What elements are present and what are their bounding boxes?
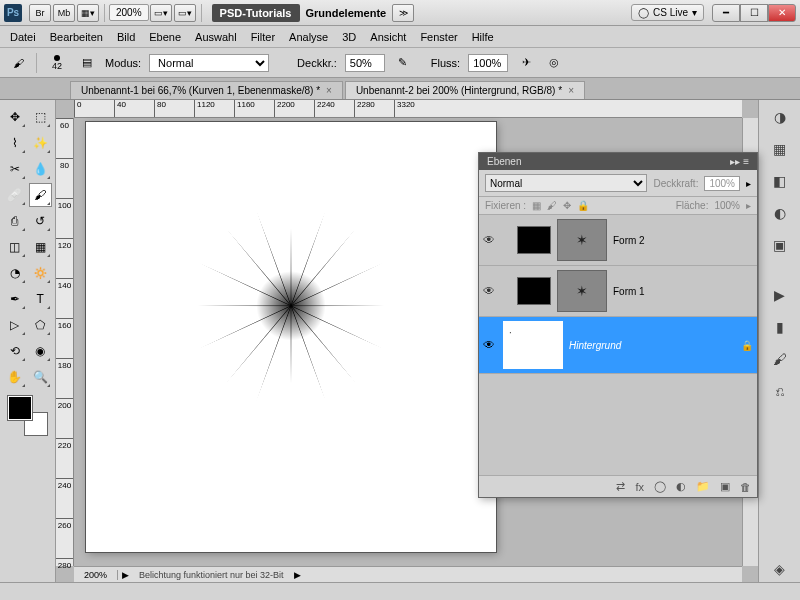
clone-stamp-tool[interactable]: ⎙ — [3, 209, 27, 233]
color-panel-icon[interactable]: ◑ — [767, 104, 793, 130]
brush-preset-picker[interactable]: 42 — [45, 55, 69, 71]
magic-wand-tool[interactable]: ✨ — [29, 131, 53, 155]
styles-panel-icon[interactable]: ◧ — [767, 168, 793, 194]
swatches-panel-icon[interactable]: ▦ — [767, 136, 793, 162]
layer-mask-icon[interactable]: ◯ — [654, 480, 666, 493]
menu-ebene[interactable]: Ebene — [149, 31, 181, 43]
fill-field[interactable]: 100% — [714, 200, 740, 211]
zoom-level[interactable]: 200% — [109, 4, 149, 21]
marquee-tool[interactable]: ⬚ — [29, 105, 53, 129]
menu-hilfe[interactable]: Hilfe — [472, 31, 494, 43]
layer-thumbnail[interactable]: · — [503, 321, 563, 369]
move-tool[interactable]: ✥ — [3, 105, 27, 129]
color-swatches[interactable] — [8, 396, 48, 436]
panel-menu-icon[interactable]: ▸▸ ≡ — [730, 156, 749, 167]
menu-bearbeiten[interactable]: Bearbeiten — [50, 31, 103, 43]
foreground-color-swatch[interactable] — [8, 396, 32, 420]
brush-panel-icon[interactable]: 🖌 — [767, 346, 793, 372]
blend-mode-select[interactable]: Normal — [149, 54, 269, 72]
clone-panel-icon[interactable]: ⎌ — [767, 378, 793, 404]
workspace-more-button[interactable]: ≫ — [392, 4, 414, 22]
pen-tool[interactable]: ✒ — [3, 287, 27, 311]
menu-fenster[interactable]: Fenster — [420, 31, 457, 43]
visibility-toggle-icon[interactable]: 👁 — [483, 233, 497, 247]
group-icon[interactable]: 📁 — [696, 480, 710, 493]
canvas-zoom-field[interactable]: 200% — [74, 570, 118, 580]
window-minimize-button[interactable]: ━ — [712, 4, 740, 22]
layer-row[interactable]: 👁 ✶ Form 1 — [479, 266, 757, 317]
lock-transparency-icon[interactable]: ▦ — [532, 200, 541, 211]
delete-layer-icon[interactable]: 🗑 — [740, 481, 751, 493]
airbrush-icon[interactable]: ✈ — [516, 53, 536, 73]
type-tool[interactable]: T — [29, 287, 53, 311]
bridge-button[interactable]: Br — [29, 4, 51, 22]
layer-thumbnail[interactable] — [517, 226, 551, 254]
blur-tool[interactable]: ◔ — [3, 261, 27, 285]
shape-tool[interactable]: ⬠ — [29, 313, 53, 337]
link-layers-icon[interactable]: ⇄ — [616, 480, 625, 493]
new-layer-icon[interactable]: ▣ — [720, 480, 730, 493]
adjustment-layer-icon[interactable]: ◐ — [676, 480, 686, 493]
zoom-tool[interactable]: 🔍 — [29, 365, 53, 389]
lock-position-icon[interactable]: ✥ — [563, 200, 571, 211]
lasso-tool[interactable]: ⌇ — [3, 131, 27, 155]
view-extras-button[interactable]: ▭▾ — [150, 4, 172, 22]
workspace-psd-tutorials[interactable]: PSD-Tutorials — [212, 4, 300, 22]
dodge-tool[interactable]: 🔅 — [29, 261, 53, 285]
layer-blend-mode-select[interactable]: Normal — [485, 174, 647, 192]
active-tool-icon[interactable]: 🖌 — [8, 53, 28, 73]
layer-name[interactable]: Form 2 — [613, 235, 753, 246]
window-close-button[interactable]: ✕ — [768, 4, 796, 22]
adjustments-panel-icon[interactable]: ◐ — [767, 200, 793, 226]
document-tab[interactable]: Unbenannt-1 bei 66,7% (Kurven 1, Ebenenm… — [70, 81, 343, 99]
arrange-docs-button[interactable]: ▦▾ — [77, 4, 99, 22]
layers-panel-icon[interactable]: ◈ — [767, 556, 793, 582]
layer-name[interactable]: Form 1 — [613, 286, 753, 297]
tablet-pressure-icon[interactable]: ◎ — [544, 53, 564, 73]
lock-pixels-icon[interactable]: 🖌 — [547, 200, 557, 211]
brush-tool[interactable]: 🖌 — [29, 183, 53, 207]
history-panel-icon[interactable]: ▶ — [767, 282, 793, 308]
visibility-toggle-icon[interactable]: 👁 — [483, 338, 497, 352]
actions-panel-icon[interactable]: ▮ — [767, 314, 793, 340]
path-select-tool[interactable]: ▷ — [3, 313, 27, 337]
vector-mask-thumbnail[interactable]: ✶ — [557, 219, 607, 261]
visibility-toggle-icon[interactable]: 👁 — [483, 284, 497, 298]
document-tab[interactable]: Unbenannt-2 bei 200% (Hintergrund, RGB/8… — [345, 81, 585, 99]
healing-brush-tool[interactable]: 🩹 — [3, 183, 27, 207]
menu-ansicht[interactable]: Ansicht — [370, 31, 406, 43]
cs-live-button[interactable]: CS Live ▾ — [631, 4, 704, 21]
menu-bild[interactable]: Bild — [117, 31, 135, 43]
gradient-tool[interactable]: ▦ — [29, 235, 53, 259]
3d-camera-tool[interactable]: ◉ — [29, 339, 53, 363]
vector-mask-thumbnail[interactable]: ✶ — [557, 270, 607, 312]
eraser-tool[interactable]: ◫ — [3, 235, 27, 259]
opacity-field[interactable]: 50% — [345, 54, 385, 72]
window-maximize-button[interactable]: ☐ — [740, 4, 768, 22]
document-canvas[interactable] — [86, 122, 496, 552]
lock-all-icon[interactable]: 🔒 — [577, 200, 589, 211]
flow-field[interactable]: 100% — [468, 54, 508, 72]
menu-analyse[interactable]: Analyse — [289, 31, 328, 43]
layer-style-icon[interactable]: fx — [635, 481, 644, 493]
opacity-pressure-icon[interactable]: ✎ — [393, 53, 413, 73]
layer-row[interactable]: 👁 ✶ Form 2 — [479, 215, 757, 266]
layers-panel-title[interactable]: Ebenen▸▸ ≡ — [479, 153, 757, 170]
eyedropper-tool[interactable]: 💧 — [29, 157, 53, 181]
screen-mode-button[interactable]: ▭▾ — [174, 4, 196, 22]
hand-tool[interactable]: ✋ — [3, 365, 27, 389]
brush-panel-toggle-icon[interactable]: ▤ — [77, 53, 97, 73]
menu-auswahl[interactable]: Auswahl — [195, 31, 237, 43]
crop-tool[interactable]: ✂ — [3, 157, 27, 181]
layer-name[interactable]: Hintergrund — [569, 340, 735, 351]
menu-3d[interactable]: 3D — [342, 31, 356, 43]
menu-filter[interactable]: Filter — [251, 31, 275, 43]
minibridge-button[interactable]: Mb — [53, 4, 75, 22]
menu-datei[interactable]: Datei — [10, 31, 36, 43]
layer-opacity-field[interactable]: 100% — [704, 176, 740, 191]
masks-panel-icon[interactable]: ▣ — [767, 232, 793, 258]
layer-row[interactable]: 👁 · Hintergrund 🔒 — [479, 317, 757, 374]
layer-thumbnail[interactable] — [517, 277, 551, 305]
history-brush-tool[interactable]: ↺ — [29, 209, 53, 233]
3d-tool[interactable]: ⟲ — [3, 339, 27, 363]
